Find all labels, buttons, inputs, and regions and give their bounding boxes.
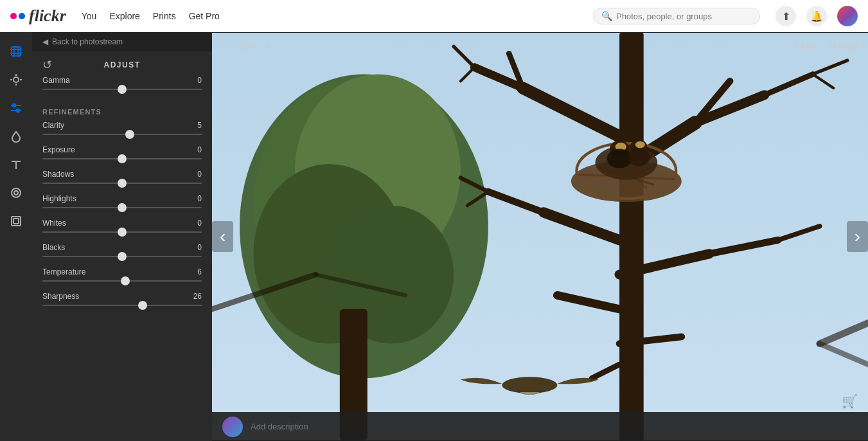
svg-rect-19 [13, 219, 19, 224]
tool-border[interactable] [3, 208, 29, 234]
svg-point-16 [12, 188, 21, 197]
save-button[interactable]: SAVE [793, 41, 817, 51]
svg-point-59 [635, 141, 645, 148]
shadows-thumb[interactable] [118, 179, 127, 188]
blacks-row: Blacks 0 [42, 243, 202, 257]
temperature-value: 6 [186, 267, 202, 276]
highlights-label: Highlights [42, 194, 76, 203]
image-toolbar: - 33% + SAVE CLOSE [212, 32, 868, 59]
panel-title: ADJUST [103, 60, 140, 69]
blacks-thumb[interactable] [118, 252, 127, 261]
photo-image [212, 32, 868, 441]
nav-prints[interactable]: Prints [153, 11, 176, 21]
shadows-value: 0 [186, 170, 202, 179]
refinements-label: REFINEMENTS [32, 100, 212, 121]
whites-track[interactable] [42, 231, 202, 233]
dot-pink [10, 13, 17, 19]
sharpness-thumb[interactable] [138, 301, 147, 310]
reset-button[interactable]: ↺ [42, 58, 52, 72]
cart-button[interactable]: 🛒 [842, 393, 858, 409]
exposure-thumb[interactable] [118, 154, 127, 163]
sharpness-label: Sharpness [42, 292, 79, 301]
clarity-track[interactable] [42, 134, 202, 135]
sharpness-row: Sharpness 26 [42, 292, 202, 306]
logo-dots [10, 13, 25, 19]
search-input[interactable] [616, 12, 752, 21]
shadows-label: Shadows [42, 170, 74, 179]
temperature-track[interactable] [42, 280, 202, 282]
back-arrow-icon: ◀ [42, 37, 48, 46]
clarity-thumb[interactable] [125, 130, 134, 139]
refinements-section: Clarity 5 Exposure 0 S [32, 121, 212, 306]
image-area: - 33% + SAVE CLOSE ‹ › [212, 32, 868, 441]
dot-blue [19, 13, 25, 19]
exposure-row: Exposure 0 [42, 145, 202, 159]
blacks-value: 0 [186, 243, 202, 252]
blacks-track[interactable] [42, 256, 202, 257]
shadows-track[interactable] [42, 183, 202, 184]
tool-sliders[interactable] [3, 95, 29, 121]
search-bar[interactable]: 🔍 [593, 8, 760, 24]
highlights-value: 0 [186, 194, 202, 203]
nav-links: You Explore Prints Get Pro [82, 11, 220, 21]
tool-drop[interactable] [3, 123, 29, 149]
tool-text[interactable] [3, 152, 29, 177]
gamma-thumb[interactable] [118, 85, 127, 94]
logo-text: flickr [29, 6, 66, 26]
svg-point-5 [13, 77, 19, 82]
temperature-thumb[interactable] [121, 276, 130, 285]
tool-brightness[interactable] [3, 67, 29, 93]
temperature-row: Temperature 6 [42, 267, 202, 282]
add-description-field[interactable]: Add description [251, 422, 308, 431]
nav-getpro[interactable]: Get Pro [189, 11, 220, 21]
tool-retouch[interactable] [3, 180, 29, 206]
nav-icons: ⬆ 🔔 [775, 6, 858, 26]
zoom-value: 33% [238, 41, 255, 51]
gamma-value: 0 [186, 76, 202, 85]
clarity-label: Clarity [42, 121, 64, 130]
gamma-section: Gamma 0 [32, 76, 212, 90]
gamma-track[interactable] [42, 89, 202, 90]
gamma-label: Gamma [42, 76, 70, 85]
logo: flickr [10, 6, 66, 26]
collapse-button[interactable] [851, 37, 863, 51]
zoom-controls: - 33% + [222, 39, 274, 53]
top-nav: flickr You Explore Prints Get Pro 🔍 ⬆ 🔔 [0, 0, 868, 32]
nav-you[interactable]: You [82, 11, 97, 21]
zoom-minus-button[interactable]: - [222, 39, 233, 53]
whites-label: Whites [42, 219, 66, 228]
avatar[interactable] [837, 6, 858, 26]
back-link[interactable]: ◀ Back to photostream [32, 32, 212, 51]
highlights-row: Highlights 0 [42, 194, 202, 208]
nav-explore[interactable]: Explore [109, 11, 139, 21]
whites-thumb[interactable] [118, 228, 127, 237]
tool-crop[interactable] [3, 39, 29, 64]
upload-button[interactable]: ⬆ [775, 6, 796, 26]
search-icon: 🔍 [601, 11, 612, 21]
next-button[interactable]: › [847, 221, 868, 252]
clarity-row: Clarity 5 [42, 121, 202, 135]
svg-point-11 [13, 104, 16, 107]
sharpness-track[interactable] [42, 305, 202, 306]
shadows-row: Shadows 0 [42, 170, 202, 184]
temperature-label: Temperature [42, 267, 85, 276]
prev-button[interactable]: ‹ [212, 221, 233, 252]
svg-rect-0 [12, 47, 21, 56]
editor-area: ◀ Back to photostream ↺ ADJUST Gamma 0 R… [0, 32, 868, 441]
highlights-thumb[interactable] [118, 203, 127, 212]
clarity-value: 5 [186, 121, 202, 130]
whites-value: 0 [186, 219, 202, 228]
notifications-button[interactable]: 🔔 [806, 6, 827, 26]
svg-point-17 [14, 191, 18, 195]
panel-header: ↺ ADJUST [32, 51, 212, 76]
back-text[interactable]: Back to photostream [52, 37, 123, 46]
svg-point-13 [17, 109, 20, 113]
zoom-plus-button[interactable]: + [260, 39, 274, 53]
description-bar: Add description [212, 412, 868, 441]
adjust-panel: ◀ Back to photostream ↺ ADJUST Gamma 0 R… [32, 32, 212, 441]
whites-row: Whites 0 [42, 219, 202, 233]
highlights-track[interactable] [42, 207, 202, 208]
user-avatar [222, 417, 243, 437]
exposure-track[interactable] [42, 158, 202, 159]
svg-point-61 [628, 148, 650, 166]
